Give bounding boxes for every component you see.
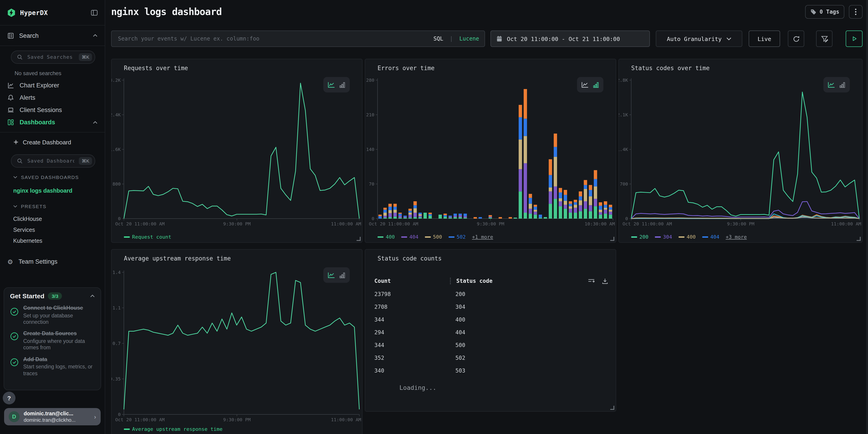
- preset-label: Kubernetes: [13, 238, 42, 244]
- chevron-down-icon: [13, 176, 17, 179]
- help-button[interactable]: ?: [3, 392, 16, 404]
- errors-chart[interactable]: 070140210280Oct 20 11:00:00 AM9:30:00 PM…: [365, 78, 616, 228]
- sql-toggle[interactable]: SQL: [433, 35, 443, 42]
- legend-item[interactable]: 200: [631, 234, 649, 240]
- legend-item[interactable]: 304: [655, 234, 672, 240]
- user-menu[interactable]: D dominic.tran@clic... dominic.tran@clic…: [4, 408, 101, 425]
- sidebar-item-client-sessions[interactable]: Client Sessions: [0, 104, 105, 116]
- saved-dashboards-input[interactable]: [26, 158, 75, 164]
- sidebar-item-nginx-logs-dashboard[interactable]: nginx logs dashboard: [0, 185, 105, 197]
- legend-item[interactable]: 502: [448, 234, 466, 240]
- event-search-input[interactable]: [117, 35, 430, 42]
- svg-text:Oct 20 11:00:00 AM: Oct 20 11:00:00 AM: [623, 221, 672, 226]
- laptop-icon: [7, 106, 14, 114]
- scrollbar[interactable]: [866, 0, 868, 434]
- table-row[interactable]: 294404: [374, 326, 609, 339]
- date-range-value: Oct 20 11:00:00 - Oct 21 11:00:00: [507, 35, 620, 42]
- chart-legend: 400404500502+1 more: [377, 234, 493, 240]
- sidebar-item-search[interactable]: Search: [0, 26, 105, 45]
- divider: [0, 45, 105, 46]
- svg-text:0: 0: [118, 216, 121, 221]
- resize-handle[interactable]: [356, 237, 361, 241]
- chevron-up-icon[interactable]: [90, 294, 95, 298]
- sidebar-item-team-settings[interactable]: ⚙ Team Settings: [0, 255, 105, 268]
- sidebar-item-clickhouse[interactable]: ClickHouse: [0, 214, 105, 224]
- check-circle-icon: [10, 358, 19, 377]
- svg-text:800: 800: [113, 181, 121, 187]
- status-table-rows: 2379820027083043444002944043445003525023…: [374, 288, 609, 377]
- resize-handle[interactable]: [610, 406, 614, 410]
- refresh-button[interactable]: [788, 31, 804, 47]
- download-icon[interactable]: [601, 278, 609, 284]
- svg-text:Oct 20 11:00:00 AM: Oct 20 11:00:00 AM: [369, 221, 418, 226]
- table-row[interactable]: 344400: [374, 313, 609, 326]
- saved-dashboards-group-header[interactable]: SAVED DASHBOARDS: [0, 173, 105, 181]
- column-resize-handle[interactable]: [450, 278, 452, 284]
- brand-name: HyperDX: [20, 9, 87, 16]
- legend-item[interactable]: 404: [702, 234, 719, 240]
- column-header-count[interactable]: Count: [374, 278, 450, 284]
- table-row[interactable]: 352502: [374, 351, 609, 364]
- get-started-step[interactable]: Add Data Start sending logs, metrics, or…: [10, 356, 95, 377]
- legend-item[interactable]: 404: [401, 234, 418, 240]
- column-header-status-code[interactable]: Status code: [456, 278, 493, 284]
- divider: [0, 132, 105, 132]
- resize-handle[interactable]: [610, 237, 614, 241]
- sidebar-item-dashboards[interactable]: Dashboards: [0, 116, 105, 128]
- sidebar-item-chart-explorer[interactable]: Chart Explorer: [0, 79, 105, 92]
- resize-handle[interactable]: [857, 237, 861, 241]
- table-row[interactable]: 344500: [374, 339, 609, 351]
- loading-text: Loading...: [399, 384, 436, 391]
- run-query-button[interactable]: [846, 31, 863, 47]
- table-row[interactable]: 23798200: [374, 288, 609, 301]
- get-started-step[interactable]: Connect to ClickHouse Set up your databa…: [10, 305, 95, 326]
- event-search-bar[interactable]: SQL | Lucene: [111, 31, 485, 47]
- avatar: D: [9, 411, 20, 422]
- legend-item[interactable]: 400: [377, 234, 395, 240]
- create-dashboard-button[interactable]: Create Dashboard: [0, 136, 105, 148]
- chart-title: Errors over time: [377, 65, 434, 71]
- table-row[interactable]: 2708304: [374, 301, 609, 313]
- legend-item[interactable]: 400: [679, 234, 696, 240]
- legend-more-link[interactable]: +3 more: [726, 234, 747, 240]
- tags-button[interactable]: 0 Tags: [805, 5, 844, 19]
- presets-group-header[interactable]: PRESETS: [0, 202, 105, 210]
- step-title: Create Data Sources: [23, 331, 95, 337]
- sidebar-collapse-icon[interactable]: [91, 9, 98, 16]
- table-row[interactable]: 340503: [374, 364, 609, 377]
- granularity-select[interactable]: Auto Granularity: [656, 31, 742, 47]
- step-title: Connect to ClickHouse: [23, 305, 95, 312]
- get-started-step[interactable]: Create Data Sources Configure where your…: [10, 331, 95, 351]
- legend-more-link[interactable]: +1 more: [472, 234, 493, 240]
- sidebar-item-services[interactable]: Services: [0, 224, 105, 236]
- sidebar-item-alerts[interactable]: Alerts: [0, 92, 105, 104]
- live-button[interactable]: Live: [749, 31, 780, 47]
- filter-button[interactable]: [816, 31, 833, 47]
- chart-legend: Request count: [124, 234, 171, 240]
- status-codes-chart[interactable]: 07001.4K2.1K2.8KOct 20 11:00:00 AM9:30:0…: [619, 78, 862, 228]
- svg-text:3.2K: 3.2K: [112, 78, 121, 83]
- requests-chart[interactable]: 08001.6K2.4K3.2KOct 20 11:00:00 AM9:30:0…: [112, 78, 362, 228]
- dashboard-menu-button[interactable]: [849, 5, 863, 19]
- saved-dashboards-search[interactable]: ⌘K: [11, 154, 95, 167]
- main-content: nginx logs dashboard 0 Tags SQL | Lucene: [105, 0, 868, 434]
- saved-searches-input[interactable]: [26, 54, 75, 61]
- chart-legend: Average upstream response time: [124, 426, 222, 432]
- step-title: Add Data: [23, 356, 95, 363]
- chevron-down-icon: [726, 37, 731, 40]
- legend-item[interactable]: 500: [425, 234, 442, 240]
- autofit-columns-icon[interactable]: [587, 278, 595, 284]
- saved-searches-search[interactable]: ⌘K: [11, 51, 95, 64]
- avg-upstream-chart[interactable]: 00.350.71.11.4Oct 20 11:00:00 AM9:30:00 …: [112, 268, 362, 424]
- toggle-separator: |: [450, 35, 453, 42]
- legend-item[interactable]: Request count: [124, 234, 171, 240]
- date-range-picker[interactable]: Oct 20 11:00:00 - Oct 21 11:00:00: [491, 31, 650, 47]
- search-icon: [17, 54, 23, 60]
- lucene-toggle[interactable]: Lucene: [459, 35, 479, 42]
- svg-text:0: 0: [372, 216, 374, 221]
- sidebar-item-label: Team Settings: [19, 258, 97, 265]
- sidebar-item-kubernetes[interactable]: Kubernetes: [0, 236, 105, 246]
- chart-explorer-icon: [7, 82, 14, 89]
- svg-text:2.8K: 2.8K: [619, 78, 628, 83]
- legend-item[interactable]: Average upstream response time: [124, 426, 222, 432]
